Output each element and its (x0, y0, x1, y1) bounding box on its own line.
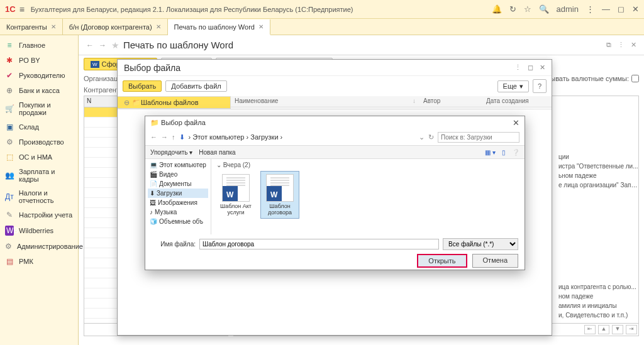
tree-icon: 🧊 (150, 218, 157, 225)
back-icon[interactable]: ← (86, 41, 94, 50)
col-name[interactable]: Наименование ↓ (231, 96, 419, 107)
help-icon[interactable]: ❔ (512, 149, 519, 156)
search-icon[interactable]: 🔍 (539, 4, 549, 14)
tab-close-icon[interactable]: ✕ (258, 23, 264, 30)
file-area[interactable]: ⌄ Вчера (2) Шаблон Акт услугиШаблон дого… (211, 159, 525, 234)
sidebar-item[interactable]: ≡Главное (0, 38, 78, 53)
file-group: ⌄ Вчера (2) (216, 162, 519, 168)
modal-menu-icon[interactable]: ⋮ (514, 63, 521, 72)
sidebar-icon: ✎ (5, 211, 14, 219)
sidebar-item[interactable]: ▤РМК (0, 254, 78, 269)
file-item[interactable]: Шаблон Акт услуги (216, 171, 255, 219)
tree-item[interactable]: 💻Этот компьютер (148, 160, 208, 170)
col-author[interactable]: Автор (419, 96, 482, 107)
sidebar-item[interactable]: ⚙Администрирование (0, 239, 78, 254)
modal-restore-icon[interactable]: ◻ (528, 63, 533, 72)
tree-item[interactable]: ♪Музыка (148, 207, 208, 217)
sidebar-item[interactable]: ✎Настройки учета (0, 207, 78, 222)
tree-item[interactable]: 📄Документы (148, 179, 208, 189)
folder-tree-row[interactable]: ⊖📁 Шаблоны файлов (118, 96, 230, 109)
sidebar-item[interactable]: ▣Склад (0, 119, 78, 134)
hints-top: цииистра "Ответственные ли...ьном падеже… (558, 152, 640, 190)
nav-first-icon[interactable]: ⇤ (584, 325, 596, 334)
tab-contract[interactable]: б/н (Договор контрагента)✕ (63, 19, 168, 35)
sidebar-item[interactable]: ⬚ОС и НМА (0, 150, 78, 165)
modal-close-icon[interactable]: ✕ (540, 63, 545, 72)
sidebar-item[interactable]: 👥Зарплата и кадры (0, 165, 78, 186)
history-icon[interactable]: ↻ (509, 4, 516, 14)
sidebar-item[interactable]: WBWildberries (0, 222, 78, 239)
sidebar-item[interactable]: ✱PO BY (0, 53, 78, 68)
page-header: ← → ★ Печать по шаблону Word ⧉ ⋮ ✕ (79, 35, 644, 55)
sidebar-label: Администрирование (17, 243, 83, 250)
open-button[interactable]: Открыть (417, 254, 467, 268)
page-close-icon[interactable]: ✕ (631, 41, 636, 49)
sidebar-label: Зарплата и кадры (19, 168, 73, 183)
search-input[interactable] (438, 132, 519, 143)
user-label[interactable]: admin (557, 4, 579, 14)
view-icon[interactable]: ▦ ▾ (485, 149, 496, 156)
nav-prev-icon[interactable]: ▲ (598, 325, 609, 334)
dialog-close-icon[interactable]: ✕ (513, 118, 519, 128)
sort-icon[interactable]: ↓ (413, 97, 416, 104)
sidebar-label: Главное (19, 41, 45, 49)
sidebar: ≡Главное✱PO BY✔Руководителю⊕Банк и касса… (0, 35, 79, 345)
sidebar-item[interactable]: ⚙Производство (0, 134, 78, 150)
tree-item[interactable]: 🧊Объемные объ (148, 217, 208, 226)
forward-icon[interactable]: → (99, 41, 106, 50)
menu-icon[interactable]: ≡ (19, 4, 25, 14)
tab-contragents[interactable]: Контрагенты✕ (0, 19, 63, 35)
forward-icon[interactable]: → (161, 133, 168, 141)
filename-input[interactable] (199, 239, 439, 249)
dialog-title: Выбор файла (161, 119, 206, 126)
link-icon[interactable]: ⧉ (606, 41, 611, 49)
filetype-select[interactable]: Все файлы (*.*) (443, 238, 518, 250)
cancel-button[interactable]: Отмена (472, 254, 518, 268)
sidebar-item[interactable]: ✔Руководителю (0, 68, 78, 83)
tree-item[interactable]: 🎬Видео (148, 170, 208, 179)
folder-tree[interactable]: 💻Этот компьютер🎬Видео📄Документы⬇Загрузки… (145, 159, 211, 234)
tab-close-icon[interactable]: ✕ (156, 23, 161, 30)
back-icon[interactable]: ← (150, 133, 157, 141)
preview-icon[interactable]: ▯ (502, 149, 506, 156)
sidebar-item[interactable]: 🛒Покупки и продажи (0, 98, 78, 119)
sidebar-item[interactable]: ⊕Банк и касса (0, 83, 78, 98)
add-file-button[interactable]: Добавить файл (165, 80, 226, 92)
sidebar-label: Налоги и отчетность (19, 189, 73, 204)
star-icon[interactable]: ☆ (524, 4, 531, 14)
tab-print-word[interactable]: Печать по шаблону Word✕ (168, 19, 270, 35)
sidebar-icon: 🛒 (5, 104, 14, 113)
sidebar-label: Руководителю (19, 72, 65, 79)
tree-item[interactable]: ⬇Загрузки (148, 189, 208, 198)
chevron-down-icon[interactable]: ⌄ (419, 133, 425, 141)
more-icon[interactable]: ⋮ (618, 41, 625, 49)
sidebar-item[interactable]: ДтНалоги и отчетность (0, 186, 78, 207)
tab-close-icon[interactable]: ✕ (51, 23, 56, 30)
up-icon[interactable]: ↑ (172, 133, 175, 141)
sidebar-label: Банк и касса (19, 87, 60, 94)
col-date[interactable]: Дата создания (482, 96, 552, 107)
settings-icon[interactable]: ⋮ (586, 4, 594, 14)
more-button[interactable]: Еще ▾ (497, 80, 529, 92)
organize-menu[interactable]: Упорядочить ▾ (150, 149, 192, 156)
refresh-icon[interactable]: ↻ (428, 133, 434, 141)
minimize-icon[interactable]: — (602, 4, 610, 14)
new-folder-button[interactable]: Новая папка (199, 149, 235, 156)
collapse-icon[interactable]: ⊖ (124, 99, 130, 107)
bell-icon[interactable]: 🔔 (492, 4, 502, 14)
modal-title: Выбор файла (124, 63, 180, 73)
path-breadcrumb[interactable]: › Этот компьютер › Загрузки › (189, 133, 416, 141)
sidebar-icon: ✱ (5, 56, 14, 65)
tree-item[interactable]: 🖼Изображения (148, 198, 208, 207)
close-icon[interactable]: ✕ (632, 4, 639, 14)
file-item[interactable]: Шаблон договора (260, 171, 299, 219)
nav-last-icon[interactable]: ⇥ (626, 325, 637, 334)
currency-checkbox[interactable] (631, 75, 639, 82)
nav-next-icon[interactable]: ▼ (612, 325, 623, 334)
restore-icon[interactable]: ◻ (618, 4, 625, 14)
tree-icon: ⬇ (150, 190, 155, 197)
help-button[interactable]: ? (533, 79, 547, 93)
select-button[interactable]: Выбрать (123, 80, 162, 92)
favorite-icon[interactable]: ★ (111, 40, 119, 50)
currency-label: читывать валютные суммы: (540, 75, 629, 82)
